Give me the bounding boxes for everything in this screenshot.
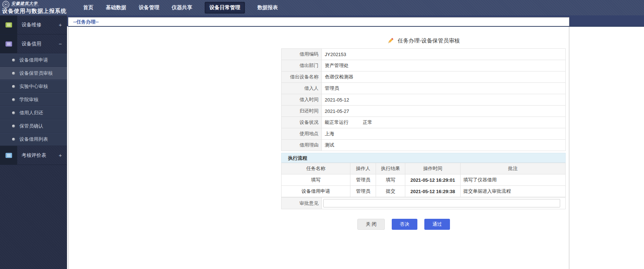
process-cell: 填写 (376, 174, 405, 186)
university-logo-icon (2, 1, 10, 8)
nav-item-instrument-sharing[interactable]: 仪器共享 (172, 4, 192, 11)
plus-icon: + (59, 152, 62, 158)
process-cell: 管理员 (350, 186, 376, 197)
group-icon-cell (0, 34, 17, 53)
process-header-row: 任务名称操作人执行结果操作时间批注 (282, 163, 566, 174)
detail-label: 归还时间 (282, 106, 322, 117)
process-cell: 管理员 (350, 174, 376, 186)
sidebar-group-equipment-borrow[interactable]: 设备借用− (0, 34, 67, 54)
system-title: 设备使用与数据上报系统 (2, 8, 67, 15)
detail-value: 能正常运行 正常 (322, 117, 566, 128)
opinion-label: 审批意见 (282, 198, 322, 209)
main-content: --任务办理-- 任务办理-设备保管员审核 借用编码JY202153借出部门资产… (67, 15, 644, 269)
detail-value: 色谱仪检测器 (322, 71, 566, 83)
sidebar-item-borrow-apply[interactable]: 设备借用申请 (0, 54, 67, 67)
detail-row: 借出设备名称色谱仪检测器 (282, 71, 566, 83)
menu-list-icon (5, 22, 12, 27)
minus-icon: − (59, 41, 62, 47)
bullet-dot-icon (12, 111, 15, 114)
bullet-dot-icon (12, 98, 15, 101)
detail-row: 借出部门资产管理处 (282, 60, 566, 71)
task-form: 任务办理-设备保管员审核 借用编码JY202153借出部门资产管理处借出设备名称… (281, 34, 566, 230)
detail-label: 借用编码 (282, 49, 322, 60)
submenu-item-label: 设备借用申请 (19, 57, 48, 63)
detail-value: 上海 (322, 128, 566, 140)
nav-item-home[interactable]: 首页 (83, 4, 93, 11)
submenu-item-label: 保管员确认 (19, 123, 43, 129)
sidebar-group-assessment[interactable]: 考核评价表+ (0, 146, 67, 165)
nav-item-equipment-mgmt[interactable]: 设备管理 (139, 4, 159, 11)
submenu-item-label: 实验中心审核 (19, 83, 48, 90)
menu-list-icon (5, 153, 12, 158)
sidebar-group-equipment-repair[interactable]: 设备维修+ (0, 15, 67, 34)
pencil-icon (387, 37, 394, 44)
sidebar-item-borrow-list[interactable]: 设备借用列表 (0, 133, 67, 146)
nav-item-basic-data[interactable]: 基础数据 (106, 4, 126, 11)
nav-item-daily-mgmt[interactable]: 设备日常管理 (205, 2, 245, 14)
opinion-row: 审批意见 (282, 198, 566, 209)
group-label: 设备维修 (22, 22, 41, 28)
detail-row: 使用地点上海 (282, 128, 566, 140)
process-cell: 填写 (282, 174, 350, 186)
process-column-header: 操作时间 (405, 163, 460, 174)
process-row: 填写管理员填写2021-05-12 16:29:01填写了仪器借用 (282, 174, 566, 186)
process-column-header: 任务名称 (282, 163, 350, 174)
action-buttons: 关 闭 否决 通过 (281, 219, 566, 230)
bullet-dot-icon (12, 85, 15, 88)
detail-value: 资产管理处 (322, 60, 566, 71)
university-name-cn: 安徽建筑大学 (11, 1, 46, 5)
submenu-item-label: 学院审核 (19, 96, 38, 103)
plus-icon: + (59, 22, 62, 28)
process-column-header: 执行结果 (376, 163, 405, 174)
group-label: 考核评价表 (22, 152, 46, 159)
top-navbar: 安徽建筑大学 ANHUI JIANZHU UNIVERSITY 设备使用与数据上… (0, 0, 644, 15)
borrow-detail-table: 借用编码JY202153借出部门资产管理处借出设备名称色谱仪检测器借入人管理员借… (281, 48, 566, 151)
form-title: 任务办理-设备保管员审核 (398, 37, 460, 44)
group-icon-cell (0, 15, 17, 34)
top-nav-items: 首页基础数据设备管理仪器共享设备日常管理数据报表 (83, 2, 278, 14)
sidebar-item-custodian-review[interactable]: 设备保管员审核 (0, 67, 67, 80)
sidebar: 设备维修+设备借用−设备借用申请设备保管员审核实验中心审核学院审核借用人归还保管… (0, 15, 67, 269)
sidebar-item-custodian-confirm[interactable]: 保管员确认 (0, 119, 67, 133)
process-cell: 2021-05-12 16:29:38 (405, 186, 460, 197)
reject-button[interactable]: 否决 (392, 219, 417, 230)
borrow-detail-body: 借用编码JY202153借出部门资产管理处借出设备名称色谱仪检测器借入人管理员借… (282, 49, 566, 151)
approve-button[interactable]: 通过 (424, 219, 450, 230)
sidebar-item-borrower-return[interactable]: 借用人归还 (0, 106, 67, 119)
close-button[interactable]: 关 闭 (357, 219, 385, 230)
detail-label: 借用理由 (282, 140, 322, 151)
nav-item-data-report[interactable]: 数据报表 (257, 4, 278, 11)
bullet-dot-icon (12, 138, 15, 141)
submenu-item-label: 借用人归还 (19, 110, 43, 116)
detail-value: 测试 (322, 140, 566, 151)
process-section-header: 执行流程 (281, 153, 566, 163)
detail-row: 借入人管理员 (282, 83, 566, 94)
app-logo: 安徽建筑大学 ANHUI JIANZHU UNIVERSITY 设备使用与数据上… (0, 0, 67, 15)
submenu-item-label: 设备保管员审核 (19, 70, 53, 77)
bullet-dot-icon (12, 72, 15, 75)
detail-value: 管理员 (322, 83, 566, 94)
form-title-row: 任务办理-设备保管员审核 (281, 34, 566, 47)
sidebar-item-college-review[interactable]: 学院审核 (0, 93, 67, 106)
breadcrumb: --任务办理-- (68, 17, 644, 27)
process-table: 任务名称操作人执行结果操作时间批注 填写管理员填写2021-05-12 16:2… (281, 163, 566, 197)
detail-label: 借出设备名称 (282, 71, 322, 83)
detail-value: 2021-05-12 (322, 94, 566, 106)
detail-value: 2021-05-27 (322, 106, 566, 117)
process-column-header: 操作人 (350, 163, 376, 174)
sidebar-item-lab-center-review[interactable]: 实验中心审核 (0, 80, 67, 93)
submenu-item-label: 设备借用列表 (19, 136, 48, 143)
process-cell: 提交单据进入审批流程 (460, 186, 565, 197)
detail-label: 设备状况 (282, 117, 322, 128)
detail-row: 归还时间2021-05-27 (282, 106, 566, 117)
process-cell: 设备借用申请 (282, 186, 350, 197)
detail-row: 借用编码JY202153 (282, 49, 566, 60)
detail-label: 借入人 (282, 83, 322, 94)
process-cell: 提交 (376, 186, 405, 197)
approval-opinion-input[interactable] (323, 199, 560, 207)
group-label: 设备借用 (22, 41, 41, 47)
process-row: 设备借用申请管理员提交2021-05-12 16:29:38提交单据进入审批流程 (282, 186, 566, 197)
university-name-en: ANHUI JIANZHU UNIVERSITY (11, 5, 39, 7)
detail-value: JY202153 (322, 49, 566, 60)
bullet-dot-icon (12, 125, 15, 128)
